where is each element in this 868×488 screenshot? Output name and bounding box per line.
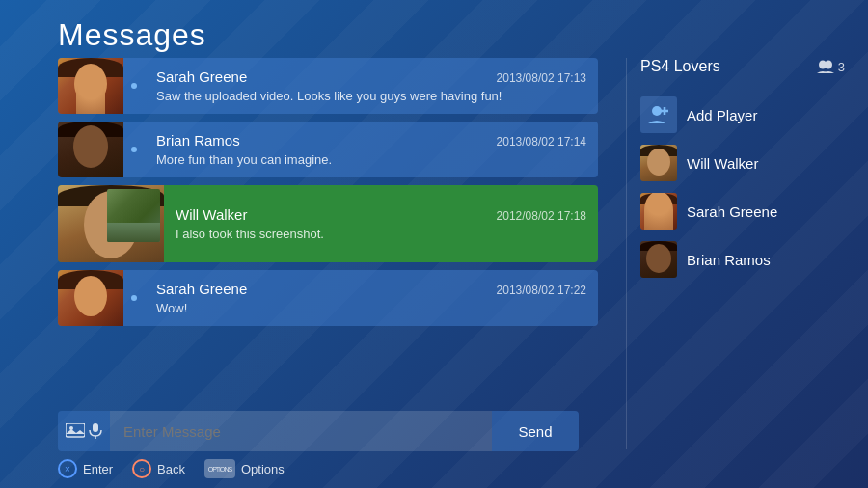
svg-rect-7 <box>93 423 98 432</box>
bottom-nav: × Enter ○ Back OPTIONS Options <box>58 459 285 478</box>
avatar <box>58 185 164 262</box>
message-time: 2013/08/02 17:13 <box>497 71 586 85</box>
page-title: Messages <box>58 17 206 53</box>
message-header: Sarah Greene 2013/08/02 17:22 <box>156 281 586 297</box>
message-text: Saw the uploaded video. Looks like you g… <box>156 89 586 103</box>
message-content: Brian Ramos 2013/08/02 17:14 More fun th… <box>145 122 598 177</box>
sidebar-member-name: Brian Ramos <box>687 252 771 268</box>
circle-button-icon: ○ <box>132 459 151 478</box>
message-text: Wow! <box>156 301 586 315</box>
nav-options-label: Options <box>241 462 285 476</box>
svg-point-2 <box>652 106 662 116</box>
sidebar-header: PS4 Lovers 3 <box>637 58 849 75</box>
avatar-face <box>74 64 107 104</box>
nav-options: OPTIONS Options <box>204 459 285 478</box>
unread-dot <box>131 295 137 301</box>
message-text: I also took this screenshot. <box>176 227 586 241</box>
message-item-selected[interactable]: Will Walker 2012/08/02 17:18 I also took… <box>58 185 598 262</box>
avatar <box>58 122 123 177</box>
sidebar-avatar <box>640 241 677 278</box>
message-content: Sarah Greene 2013/08/02 17:13 Saw the up… <box>145 58 598 114</box>
message-input[interactable] <box>110 411 492 451</box>
unread-dot <box>131 147 137 152</box>
message-item[interactable]: Sarah Greene 2013/08/02 17:22 Wow! <box>58 270 598 326</box>
avatar <box>58 270 123 326</box>
sender-name: Sarah Greene <box>156 68 247 85</box>
add-player-item[interactable]: Add Player <box>637 91 849 139</box>
avatar-face <box>74 276 107 316</box>
avatar-face <box>647 149 670 176</box>
sidebar-member-sarah[interactable]: Sarah Greene <box>637 187 849 235</box>
add-player-icon <box>640 96 677 133</box>
sender-name: Brian Ramos <box>156 132 240 149</box>
screenshot-thumbnail <box>107 189 160 242</box>
svg-point-1 <box>825 61 832 69</box>
avatar <box>58 58 123 114</box>
player-count-badge: 3 <box>817 60 845 74</box>
messages-panel: Sarah Greene 2013/08/02 17:13 Saw the up… <box>58 58 598 401</box>
sidebar-avatar <box>640 145 677 181</box>
message-item[interactable]: Brian Ramos 2013/08/02 17:14 More fun th… <box>58 122 598 177</box>
options-button-icon: OPTIONS <box>204 459 235 478</box>
media-icons <box>58 411 110 451</box>
input-area: Send <box>58 411 579 451</box>
svg-rect-5 <box>66 423 85 437</box>
sender-name: Will Walker <box>176 206 247 223</box>
message-item[interactable]: Sarah Greene 2013/08/02 17:13 Saw the up… <box>58 58 598 114</box>
panel-divider <box>626 58 627 449</box>
sender-name: Sarah Greene <box>156 281 247 297</box>
sidebar-member-brian[interactable]: Brian Ramos <box>637 235 849 284</box>
nav-back: ○ Back <box>132 459 185 478</box>
nav-enter-label: Enter <box>83 462 113 476</box>
nav-enter: × Enter <box>58 459 113 478</box>
message-content: Will Walker 2012/08/02 17:18 I also took… <box>164 185 598 262</box>
avatar-face <box>647 197 670 224</box>
avatar-face <box>646 244 671 273</box>
sidebar-member-will[interactable]: Will Walker <box>637 139 849 187</box>
message-header: Will Walker 2012/08/02 17:18 <box>176 206 586 223</box>
avatar-hair <box>640 193 677 204</box>
message-time: 2013/08/02 17:22 <box>497 284 586 297</box>
sidebar-group-name: PS4 Lovers <box>640 58 720 75</box>
sidebar: PS4 Lovers 3 Add Player <box>637 58 849 449</box>
message-header: Brian Ramos 2013/08/02 17:14 <box>156 132 586 149</box>
player-count: 3 <box>838 60 845 74</box>
message-time: 2012/08/02 17:18 <box>497 209 586 223</box>
message-content: Sarah Greene 2013/08/02 17:22 Wow! <box>145 270 598 326</box>
unread-dot <box>131 83 137 89</box>
x-button-icon: × <box>58 459 77 478</box>
add-player-label: Add Player <box>687 107 757 123</box>
message-time: 2013/08/02 17:14 <box>497 135 586 149</box>
sidebar-avatar <box>640 193 677 230</box>
sidebar-member-name: Sarah Greene <box>687 203 777 220</box>
avatar-face <box>73 125 108 168</box>
nav-back-label: Back <box>157 462 185 476</box>
send-button[interactable]: Send <box>492 411 579 451</box>
audio-icon <box>89 423 102 439</box>
sidebar-member-name: Will Walker <box>687 155 758 172</box>
image-icon <box>66 423 85 439</box>
message-text: More fun than you can imagine. <box>156 152 586 167</box>
message-header: Sarah Greene 2013/08/02 17:13 <box>156 68 586 85</box>
